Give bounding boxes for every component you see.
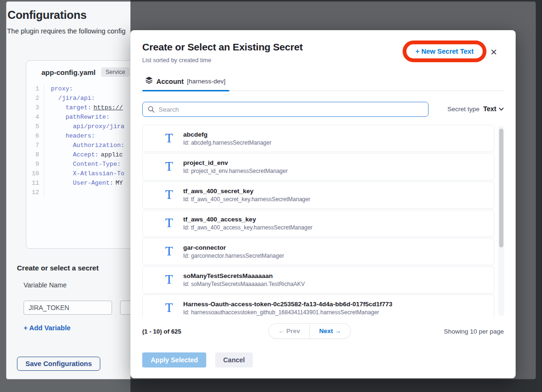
secret-texts: soManyTestSecretsMaaaaaan Id: soManyTest… (183, 272, 305, 287)
secret-list-item[interactable]: T project_id_env Id: project_id_env.harn… (142, 153, 494, 180)
text-secret-icon: T (163, 273, 175, 286)
code-key: Accept: (73, 150, 99, 160)
new-secret-text-button[interactable]: + New Secret Text (415, 48, 473, 55)
tab-account-scope: [harness-dev] (187, 78, 226, 85)
code-key: Authorization: (73, 141, 124, 150)
line-number: 10 (26, 169, 44, 179)
code-key: X-Atlassian-To (73, 169, 124, 179)
secret-type-label: Secret type (447, 106, 479, 113)
secret-list-item[interactable]: T soManyTestSecretsMaaaaaan Id: soManyTe… (142, 266, 494, 294)
variable-name-input[interactable] (24, 301, 112, 315)
code-key: target: (65, 103, 91, 113)
line-number: 8 (26, 150, 44, 160)
code-indent (51, 179, 73, 188)
secret-name: abcdefg (183, 131, 271, 138)
add-variable-link[interactable]: + Add Variable (24, 324, 71, 332)
secret-texts: tf_aws_400_access_key Id: tf_aws_400_acc… (183, 216, 313, 231)
search-icon (147, 106, 155, 115)
line-number: 6 (26, 131, 44, 141)
code-indent (51, 131, 65, 141)
secret-texts: Harness-Oauth-access-token-0c253582-fa13… (183, 301, 392, 316)
per-page-label: Showing 10 per page (444, 328, 504, 335)
text-secret-icon: T (163, 160, 175, 173)
code-indent (51, 122, 73, 131)
text-secret-icon: T (163, 132, 175, 145)
text-secret-icon: T (163, 302, 175, 314)
code-value: applic (101, 150, 123, 160)
modal-title: Create or Select an Existing Secret (142, 41, 303, 53)
secret-texts: project_id_env Id: project_id_env.harnes… (183, 159, 288, 174)
secret-name: tf_aws_400_secret_key (183, 188, 310, 195)
page-title: Configurations (8, 8, 87, 22)
secret-name: Harness-Oauth-access-token-0c253582-fa13… (183, 301, 392, 308)
apply-selected-button[interactable]: Apply Selected (142, 352, 206, 368)
line-number: 2 (26, 94, 44, 103)
secret-texts: gar-connector Id: garconnector.harnessSe… (183, 244, 284, 259)
tab-account[interactable]: Account [harness-dev] (142, 74, 504, 86)
code-key: pathRewrite: (65, 113, 110, 122)
secret-id: Id: tf_aws_400_access_key.harnessSecretM… (183, 224, 313, 231)
modal-subtitle: List sorted by created time (142, 57, 211, 64)
code-key: proxy: (51, 84, 73, 94)
secret-name: gar-connector (183, 244, 284, 251)
text-secret-icon: T (163, 245, 175, 258)
secret-list-item[interactable]: T gar-connector Id: garconnector.harness… (142, 238, 494, 265)
page-subtitle: The plugin requires the following config (7, 27, 125, 35)
secret-name: tf_aws_400_access_key (183, 216, 313, 223)
code-indent (51, 160, 73, 169)
variable-name-label: Variable Name (24, 281, 67, 289)
secret-list-item[interactable]: T Harness-Oauth-access-token-0c253582-fa… (142, 294, 494, 317)
prev-button[interactable]: ← Prev (269, 324, 309, 338)
tab-active-underline (142, 90, 229, 91)
secret-texts: abcdefg Id: abcdefg.harnessSecretManager (183, 131, 271, 146)
search-input[interactable] (142, 102, 429, 117)
cancel-button[interactable]: Cancel (215, 352, 253, 368)
save-configurations-button[interactable]: Save Configurations (17, 357, 100, 371)
code-indent (51, 141, 73, 150)
editor-filename: app-config.yaml (41, 68, 96, 76)
secret-id: Id: abcdefg.harnessSecretManager (183, 139, 271, 146)
code-key: /jira/api: (58, 94, 95, 103)
code-value: https:// (94, 103, 123, 113)
code-indent (51, 103, 65, 113)
code-indent (51, 113, 65, 122)
secret-id: Id: soManyTestSecretsMaaaaaan.TestRichaA… (183, 281, 305, 287)
text-secret-icon: T (163, 217, 175, 229)
secret-type-filter: Secret type Text (447, 105, 504, 113)
scrollbar-thumb[interactable] (499, 129, 503, 247)
line-number: 7 (26, 141, 44, 150)
screen: Configurations The plugin requires the f… (0, 0, 542, 392)
secret-name: project_id_env (183, 159, 288, 166)
code-key: User-Agent: (73, 179, 113, 188)
service-badge: Service (101, 67, 129, 77)
line-number: 3 (26, 103, 44, 113)
line-number: 12 (26, 188, 44, 197)
line-number: 4 (26, 113, 44, 122)
close-icon[interactable]: ✕ (490, 47, 497, 57)
secret-list-item[interactable]: T abcdefg Id: abcdefg.harnessSecretManag… (142, 125, 494, 152)
secret-id: Id: harnessoauthaccesstoken_github_16843… (183, 309, 392, 316)
next-button[interactable]: Next → (310, 324, 350, 338)
text-secret-icon: T (163, 188, 175, 201)
code-indent (51, 94, 58, 103)
tab-account-label: Account (156, 78, 184, 85)
secret-texts: tf_aws_400_secret_key Id: tf_aws_400_sec… (183, 188, 310, 203)
line-number: 1 (26, 84, 44, 94)
secret-type-value: Text (483, 105, 496, 113)
secret-list-item[interactable]: T tf_aws_400_access_key Id: tf_aws_400_a… (142, 210, 494, 237)
line-number: 11 (26, 179, 44, 188)
secret-modal: Create or Select an Existing Secret List… (130, 30, 516, 378)
secret-section-heading: Create or select a secret (17, 264, 98, 272)
code-key: headers: (65, 131, 95, 141)
code-key: api/proxy/jira (73, 122, 124, 131)
secret-list: T abcdefg Id: abcdefg.harnessSecretManag… (142, 125, 504, 317)
secret-id: Id: garconnector.harnessSecretManager (183, 253, 284, 259)
secret-id: Id: project_id_env.harnessSecretManager (183, 168, 288, 174)
secret-list-item[interactable]: T tf_aws_400_secret_key Id: tf_aws_400_s… (142, 181, 494, 209)
secret-type-dropdown[interactable]: Text (483, 105, 504, 113)
layers-icon (145, 76, 153, 86)
code-indent (51, 150, 73, 160)
pagination-range: (1 - 10) of 625 (142, 328, 181, 335)
pagination-pill: ← Prev Next → (268, 323, 351, 339)
code-indent (51, 169, 73, 179)
